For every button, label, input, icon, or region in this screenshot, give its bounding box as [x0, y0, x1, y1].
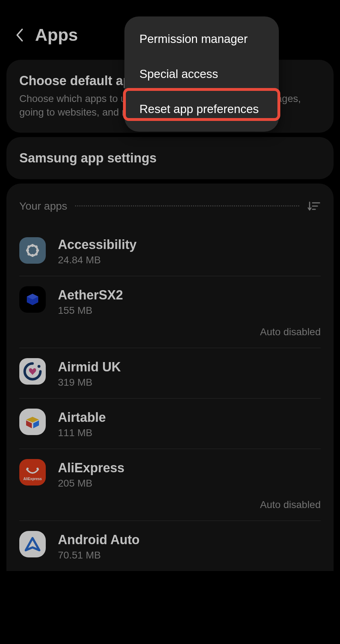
your-apps-label: Your apps — [19, 200, 67, 212]
svg-line-9 — [35, 253, 37, 255]
svg-line-8 — [28, 246, 30, 248]
menu-item-special-access[interactable]: Special access — [124, 57, 279, 92]
app-icon-aethersx2 — [19, 286, 46, 313]
app-size: 111 MB — [58, 427, 321, 439]
app-row-airmid[interactable]: Airmid UK 319 MB — [19, 348, 321, 398]
samsung-app-settings-title: Samsung app settings — [19, 151, 321, 166]
app-status: Auto disabled — [58, 499, 321, 511]
app-name: Airtable — [58, 410, 321, 425]
app-size: 319 MB — [58, 377, 321, 388]
app-size: 24.84 MB — [58, 254, 321, 266]
back-icon[interactable] — [14, 30, 24, 40]
app-row-airtable[interactable]: Airtable 111 MB — [19, 398, 321, 449]
app-status: Auto disabled — [58, 326, 321, 338]
app-icon-androidauto — [19, 531, 46, 557]
svg-line-10 — [35, 246, 37, 248]
divider-dots — [75, 205, 299, 206]
app-icon-aliexpress: AliExpress — [19, 459, 46, 486]
app-icon-accessibility — [19, 237, 46, 264]
app-name: AetherSX2 — [58, 288, 321, 303]
sort-icon[interactable] — [307, 199, 321, 213]
svg-point-19 — [36, 468, 39, 470]
page-title: Apps — [35, 25, 78, 45]
app-size: 70.51 MB — [58, 550, 321, 561]
svg-line-11 — [28, 253, 30, 255]
svg-text:AliExpress: AliExpress — [23, 477, 42, 481]
menu-item-reset-app-preferences[interactable]: Reset app preferences — [124, 92, 279, 127]
svg-point-14 — [38, 365, 40, 368]
svg-marker-21 — [26, 538, 39, 550]
apps-list-header: Your apps — [19, 199, 321, 213]
samsung-app-settings-card[interactable]: Samsung app settings — [6, 137, 334, 179]
app-size: 205 MB — [58, 478, 321, 489]
app-row-aliexpress[interactable]: AliExpress AliExpress 205 MB Auto disabl… — [19, 449, 321, 521]
svg-point-18 — [26, 468, 29, 470]
menu-item-permission-manager[interactable]: Permission manager — [124, 21, 279, 57]
app-icon-airmid — [19, 358, 46, 385]
overflow-menu: Permission manager Special access Reset … — [124, 16, 279, 132]
app-name: Accessibility — [58, 237, 321, 252]
app-name: AliExpress — [58, 460, 321, 475]
app-name: Android Auto — [58, 532, 321, 547]
app-row-aethersx2[interactable]: AetherSX2 155 MB Auto disabled — [19, 276, 321, 348]
apps-section: Your apps Accessibi — [6, 184, 334, 571]
app-icon-airtable — [19, 409, 46, 435]
app-row-androidauto[interactable]: Android Auto 70.51 MB — [19, 521, 321, 571]
app-row-accessibility[interactable]: Accessibility 24.84 MB — [19, 227, 321, 276]
app-name: Airmid UK — [58, 360, 321, 375]
app-size: 155 MB — [58, 305, 321, 316]
